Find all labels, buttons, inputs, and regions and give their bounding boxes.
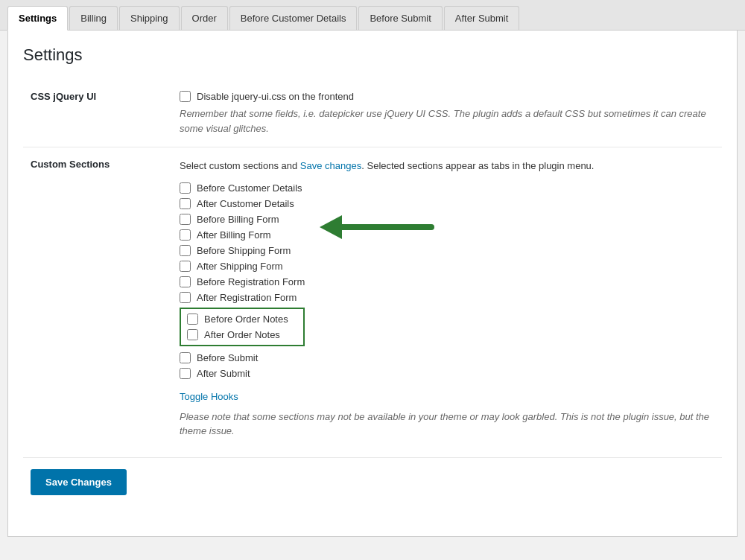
checkbox-row-before-shipping-form: Before Shipping Form [180, 245, 305, 256]
toggle-hooks-link[interactable]: Toggle Hooks [180, 391, 714, 402]
css-jquery-field: Disable jquery-ui.css on the frontend Re… [172, 80, 722, 147]
css-jquery-label: CSS jQuery UI [23, 80, 172, 147]
tab-settings[interactable]: Settings [7, 6, 68, 31]
tab-after-submit[interactable]: After Submit [444, 6, 520, 30]
after-registration-form-label: After Registration Form [197, 292, 297, 303]
after-order-notes-label: After Order Notes [204, 329, 280, 340]
after-customer-details-label: After Customer Details [197, 198, 294, 209]
before-order-notes-label: Before Order Notes [204, 314, 288, 325]
before-order-notes-checkbox[interactable] [187, 314, 198, 325]
tabs-bar: Settings Billing Shipping Order Before C… [0, 0, 745, 31]
css-jquery-description: Remember that some fields, i.e. datepick… [180, 106, 714, 136]
before-customer-details-checkbox[interactable] [180, 182, 191, 194]
disable-jquery-css-checkbox[interactable] [180, 91, 191, 102]
after-shipping-form-label: After Shipping Form [197, 261, 283, 272]
checkboxes-with-arrow: Before Customer Details After Customer D… [180, 182, 714, 384]
checkbox-row-after-registration-form: After Registration Form [180, 292, 305, 303]
checkbox-row-after-order-notes: After Order Notes [187, 329, 297, 340]
tab-billing[interactable]: Billing [69, 6, 118, 30]
checkboxes-column: Before Customer Details After Customer D… [180, 182, 305, 384]
after-submit-checkbox[interactable] [180, 368, 191, 379]
after-order-notes-checkbox[interactable] [187, 329, 198, 340]
checkbox-row-before-customer-details: Before Customer Details [180, 182, 305, 194]
checkbox-row-after-billing-form: After Billing Form [180, 229, 305, 241]
custom-sections-intro: Select custom sections and Save changes.… [180, 159, 714, 174]
after-billing-form-label: After Billing Form [197, 229, 271, 241]
save-changes-link[interactable]: Save changes [300, 160, 361, 171]
checkbox-row-after-submit: After Submit [180, 368, 305, 379]
css-jquery-row: CSS jQuery UI Disable jquery-ui.css on t… [23, 80, 722, 147]
checkbox-row-before-submit: Before Submit [180, 352, 305, 363]
after-submit-label: After Submit [197, 368, 250, 379]
custom-sections-row: Custom Sections Select custom sections a… [23, 147, 722, 450]
annotation-arrow-icon [312, 205, 446, 249]
highlighted-order-notes-box: Before Order Notes After Order Notes [180, 308, 305, 346]
before-billing-form-checkbox[interactable] [180, 214, 191, 225]
checkbox-row-after-customer-details: After Customer Details [180, 198, 305, 209]
after-registration-form-checkbox[interactable] [180, 292, 191, 303]
page-title: Settings [23, 45, 722, 65]
after-shipping-form-checkbox[interactable] [180, 261, 191, 272]
save-changes-button[interactable]: Save Changes [31, 469, 127, 495]
tab-order[interactable]: Order [181, 6, 228, 30]
save-section: Save Changes [23, 457, 722, 506]
after-customer-details-checkbox[interactable] [180, 198, 191, 209]
checkbox-row-before-billing-form: Before Billing Form [180, 214, 305, 225]
checkbox-row-before-order-notes: Before Order Notes [187, 314, 297, 325]
before-billing-form-label: Before Billing Form [197, 214, 279, 225]
after-billing-form-checkbox[interactable] [180, 229, 191, 241]
checkbox-row-after-shipping-form: After Shipping Form [180, 261, 305, 272]
tab-before-submit[interactable]: Before Submit [358, 6, 442, 30]
settings-table: CSS jQuery UI Disable jquery-ui.css on t… [23, 80, 722, 450]
content-area: Settings CSS jQuery UI Disable jquery-ui… [7, 31, 738, 537]
custom-sections-field: Select custom sections and Save changes.… [172, 147, 722, 450]
note-text: Please note that some sections may not b… [180, 410, 714, 439]
before-shipping-form-label: Before Shipping Form [197, 245, 291, 256]
before-shipping-form-checkbox[interactable] [180, 245, 191, 256]
before-customer-details-label: Before Customer Details [197, 182, 302, 194]
disable-jquery-css-row: Disable jquery-ui.css on the frontend [180, 91, 714, 102]
tab-shipping[interactable]: Shipping [119, 6, 180, 30]
before-submit-checkbox[interactable] [180, 352, 191, 363]
before-submit-label: Before Submit [197, 352, 258, 363]
custom-sections-label: Custom Sections [23, 147, 172, 450]
disable-jquery-css-label: Disable jquery-ui.css on the frontend [197, 91, 354, 102]
svg-marker-1 [320, 215, 342, 239]
tab-before-customer-details[interactable]: Before Customer Details [229, 6, 358, 30]
page-wrapper: Settings Billing Shipping Order Before C… [0, 0, 745, 560]
before-registration-form-checkbox[interactable] [180, 276, 191, 287]
checkbox-row-before-registration-form: Before Registration Form [180, 276, 305, 287]
before-registration-form-label: Before Registration Form [197, 276, 305, 287]
